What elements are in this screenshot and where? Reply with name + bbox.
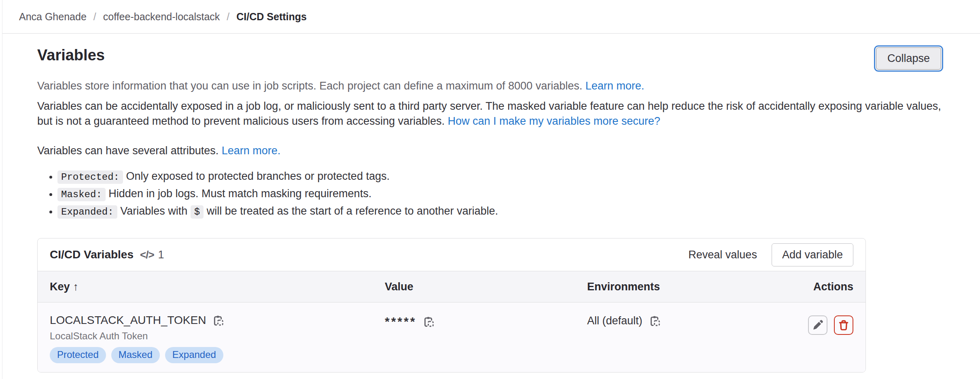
reveal-values-button[interactable]: Reveal values: [688, 249, 757, 261]
breadcrumb: Anca Ghenade / coffee-backend-localstack…: [19, 11, 307, 23]
actions-cell: [808, 315, 853, 335]
collapse-button[interactable]: Collapse: [876, 47, 941, 70]
breadcrumb-project[interactable]: coffee-backend-localstack: [103, 11, 220, 23]
variables-card: CI/CD Variables </> 1 Reveal values Add …: [37, 238, 866, 373]
environment-scope: All (default): [587, 315, 643, 327]
sort-ascending-icon: ↑: [73, 281, 79, 293]
intro-text-body: Variables store information that you can…: [37, 80, 582, 92]
dollar-code-token: $: [191, 205, 204, 219]
key-column-label: Key: [50, 281, 70, 293]
variable-count: 1: [158, 249, 164, 261]
badge-expanded: Expanded: [165, 347, 223, 363]
key-cell: LOCALSTACK_AUTH_TOKEN LocalStack Auth: [50, 314, 385, 363]
card-title-group: CI/CD Variables </> 1: [50, 248, 164, 261]
warning-text: Variables can be accidentally exposed in…: [37, 99, 944, 129]
card-title: CI/CD Variables: [50, 248, 134, 261]
attributes-list: Protected: Only exposed to protected bra…: [37, 169, 944, 219]
attribute-bullet-masked: Masked: Hidden in job logs. Must match m…: [57, 186, 944, 202]
breadcrumb-user[interactable]: Anca Ghenade: [19, 11, 87, 23]
expanded-bullet-text-after: will be treated as the start of a refere…: [207, 205, 498, 217]
attribute-bullet-protected: Protected: Only exposed to protected bra…: [57, 169, 944, 185]
delete-variable-button[interactable]: [834, 315, 853, 335]
copy-icon: [648, 315, 661, 327]
masked-code-token: Masked:: [57, 188, 106, 201]
column-header-key[interactable]: Key↑: [50, 281, 385, 293]
card-actions: Reveal values Add variable: [688, 243, 853, 266]
intro-text: Variables store information that you can…: [37, 79, 944, 94]
attribute-bullet-expanded: Expanded: Variables with $ will be treat…: [57, 204, 944, 219]
copy-environment-button[interactable]: [648, 315, 661, 327]
attributes-text-body: Variables can have several attributes.: [37, 145, 218, 157]
variable-row: LOCALSTACK_AUTH_TOKEN LocalStack Auth: [38, 302, 865, 372]
left-rail: [0, 0, 2, 379]
breadcrumb-separator: /: [93, 11, 96, 23]
copy-icon: [212, 314, 224, 327]
attributes-text: Variables can have several attributes. L…: [37, 143, 944, 158]
trash-icon: [838, 319, 850, 331]
protected-bullet-text: Only exposed to protected branches or pr…: [126, 170, 390, 182]
attributes-learn-more-link[interactable]: Learn more.: [222, 145, 281, 157]
edit-variable-button[interactable]: [808, 315, 827, 335]
value-cell: *****: [385, 315, 587, 328]
settings-content: Variables Collapse Variables store infor…: [0, 46, 980, 379]
variables-section-header: Variables Collapse: [37, 46, 944, 70]
variable-key: LOCALSTACK_AUTH_TOKEN: [50, 314, 206, 327]
add-variable-button[interactable]: Add variable: [772, 243, 853, 266]
masked-value: *****: [385, 315, 416, 328]
breadcrumb-bar: Anca Ghenade / coffee-backend-localstack…: [0, 0, 980, 34]
column-header-actions: Actions: [813, 281, 853, 293]
variables-table-header: Key↑ Value Environments Actions: [38, 271, 865, 302]
variables-secure-link[interactable]: How can I make my variables more secure?: [448, 115, 660, 127]
code-icon: </>: [140, 249, 154, 261]
copy-icon: [422, 315, 435, 328]
breadcrumb-current: CI/CD Settings: [236, 11, 307, 23]
pencil-icon: [812, 319, 824, 331]
protected-code-token: Protected:: [57, 170, 123, 184]
masked-bullet-text: Hidden in job logs. Must match masking r…: [108, 187, 371, 200]
column-header-value: Value: [385, 281, 587, 293]
copy-key-button[interactable]: [212, 314, 224, 327]
copy-value-button[interactable]: [422, 315, 435, 328]
learn-more-link[interactable]: Learn more.: [585, 80, 645, 92]
environments-cell: All (default): [587, 315, 801, 327]
variable-description: LocalStack Auth Token: [50, 330, 385, 342]
expanded-bullet-text-before: Variables with: [120, 205, 187, 217]
variable-badges: Protected Masked Expanded: [50, 347, 385, 363]
expanded-code-token: Expanded:: [57, 205, 117, 219]
column-header-environments: Environments: [587, 281, 801, 293]
breadcrumb-separator: /: [227, 11, 229, 23]
page-title: Variables: [37, 46, 105, 64]
badge-masked: Masked: [111, 347, 160, 363]
badge-protected: Protected: [50, 347, 106, 363]
variables-card-header: CI/CD Variables </> 1 Reveal values Add …: [38, 238, 865, 271]
